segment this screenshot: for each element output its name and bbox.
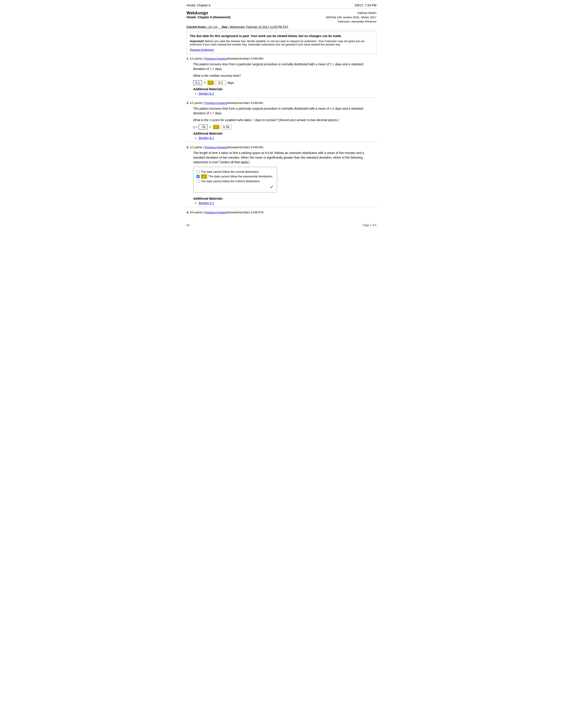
q2-stddev: 2.7 [210,111,214,115]
q2-points: 1/1 points [190,101,202,105]
q3-pencil-icon: ✏ [201,174,207,179]
course-info: MATH& 146, section 9181, Winter 2017 [326,15,377,20]
q3-option-2-text: The data cannot follow the exponential d… [208,175,273,178]
q1-question: What is the median recovery time? [193,73,377,78]
q1-body3: days. [214,67,222,71]
q1-stddev: 2.1 [210,67,214,71]
q1-number: 1. [186,57,189,60]
q3-checkbox-table: The data cannot follow the normal distri… [193,167,277,192]
q3-option-1: The data cannot follow the normal distri… [196,170,274,173]
q2-body1: The patient recovery time from a particu… [193,107,330,110]
q1-answer-row: 5.1 ✔ ✏ 5.1 days [193,80,377,85]
q3-checkbox-3[interactable] [196,180,199,183]
q2-text: The patient recovery time from a particu… [193,106,377,116]
q4-problem-id: IllowskyIntroStat1 6.HW.076. [227,211,264,214]
footer-left: htt [186,224,189,227]
top-bar: Hmwk: Chapter 6 3/9/17, 7:29 PM [186,2,377,9]
q3-option-3: The data cannot follow the uniform distr… [196,180,274,183]
q2-addl-label: Additional Materials [193,132,377,135]
q3-problem-id: IllowskyIntroStat1 6.HW.062. [227,146,264,149]
footer: htt Page 1 of 5 [186,222,377,227]
q3-option-3-text: The data cannot follow the uniform distr… [201,180,260,183]
app-name: WebAssign [186,11,230,15]
q3-checkbox-1[interactable] [196,170,199,173]
current-score-label: Current Score : 14 / 14 Due : Wednesday,… [186,25,289,28]
q3-option-1-text: The data cannot follow the normal distri… [201,170,259,173]
q2-section-link[interactable]: Section 6.1 [198,136,214,140]
q3-checkbox-2[interactable] [196,175,199,178]
q2-question: What is the z-score for a patient who ta… [193,118,377,122]
student-name: Kathryn Martin [326,11,377,15]
q1-pencil-icon: ✏ [207,81,214,85]
q2-mean: 4.9 [330,107,334,110]
current-score-line: Current Score : 14 / 14 Due : Wednesday,… [186,25,377,30]
q3-additional-materials: Additional Materials Section 6.1 [193,197,377,205]
q1-points: 1/1 points [190,57,202,60]
q3-previous-answers[interactable]: Previous Answers [204,146,227,149]
q1-check-icon: ✔ [203,81,206,85]
q2-check-icon: ✔ [209,125,212,129]
important-notice: Important! Before you view the answer ke… [190,39,373,46]
top-bar-date: 3/9/17, 7:29 PM [355,4,377,7]
top-bar-title: Hmwk: Chapter 6 [186,4,210,7]
q2-body3: days. [214,111,222,115]
question-4-header: 4. 4/4 points | Previous AnswersIllowsky… [186,211,377,214]
question-2-header: 2. 1/1 points | Previous AnswersIllowsky… [186,101,377,105]
question-1-body: The patient recovery time from a particu… [193,62,377,95]
q3-section-link[interactable]: Section 6.1 [198,201,214,205]
question-2-body: The patient recovery time from a particu… [193,106,377,140]
q2-answer-row: z = .78 ✔ ✏ 0.78 [193,125,377,129]
q3-option-2: ✏ The data cannot follow the exponential… [196,174,274,179]
q2-answer-box: .78 [199,125,207,129]
important-not: not [344,39,348,43]
past-due-notice: The due date for this assignment is past… [190,34,373,38]
question-3-block: 3. 1/1 points | Previous AnswersIllowsky… [186,146,377,207]
hw-title: Hmwk: Chapter 6 (Homework) [186,15,230,19]
q1-mean: 5.1 [330,62,334,66]
q1-text: The patient recovery time from a particu… [193,62,377,71]
q3-points: 1/1 points [190,146,202,149]
q2-previous-answers[interactable]: Previous Answers [204,101,227,105]
q3-big-check: ✔ [196,184,274,190]
q4-points: 4/4 points [190,211,202,214]
q3-addl-label: Additional Materials [193,197,377,200]
important-label: Important! [190,39,204,43]
q3-text: The length of time it takes to find a pa… [193,151,377,165]
question-3-header: 3. 1/1 points | Previous AnswersIllowsky… [186,146,377,149]
q3-body: The length of time it takes to find a pa… [193,151,364,164]
question-3-body: The length of time it takes to find a pa… [193,151,377,205]
q2-additional-materials: Additional Materials Section 6.1 [193,132,377,140]
notices-box: The due date for this assignment is past… [186,32,377,54]
instructor-info: Instructor: Alexander Khramov [326,19,377,24]
q1-unit: days [227,81,234,84]
q1-additional-materials: Additional Materials Section 6.1 [193,87,377,95]
q1-section-link[interactable]: Section 6.1 [198,92,214,95]
q1-problem-id: IllowskyIntroStat1 6.HW.060. [227,57,264,60]
q1-addl-label: Additional Materials [193,87,377,91]
request-extension-link[interactable]: Request Extension [190,48,214,51]
q2-number: 2. [186,101,189,105]
q1-correct-answer: 5.1 [215,80,226,85]
q1-body1: The patient recovery time from a particu… [193,62,330,66]
important-text: Before you view the answer key, decide w… [204,39,344,43]
q2-problem-id: IllowskyIntroStat1 6.HW.061. [227,101,264,105]
q4-number: 4. [186,211,189,214]
q1-previous-answers[interactable]: Previous Answers [204,57,227,60]
past-due-bold: The due date for this assignment is past… [190,34,342,38]
q4-previous-answers[interactable]: Previous Answers [204,211,227,214]
question-2-block: 2. 1/1 points | Previous AnswersIllowsky… [186,101,377,142]
header-right: Kathryn Martin MATH& 146, section 9181, … [326,11,377,24]
q1-answer-box: 5.1 [193,80,202,85]
q2-z-label: z = [193,125,197,129]
question-1-block: 1. 1/1 points | Previous AnswersIllowsky… [186,57,377,98]
q2-pencil-icon: ✏ [213,125,219,129]
question-4-block: 4. 4/4 points | Previous AnswersIllowsky… [186,211,377,218]
footer-right: Page 1 of 5 [363,224,377,227]
header-section: WebAssign Hmwk: Chapter 6 (Homework) Kat… [186,11,377,24]
q2-correct-answer: 0.78 [220,125,231,129]
q3-number: 3. [186,146,189,149]
header-left: WebAssign Hmwk: Chapter 6 (Homework) [186,11,230,24]
question-1-header: 1. 1/1 points | Previous AnswersIllowsky… [186,57,377,60]
